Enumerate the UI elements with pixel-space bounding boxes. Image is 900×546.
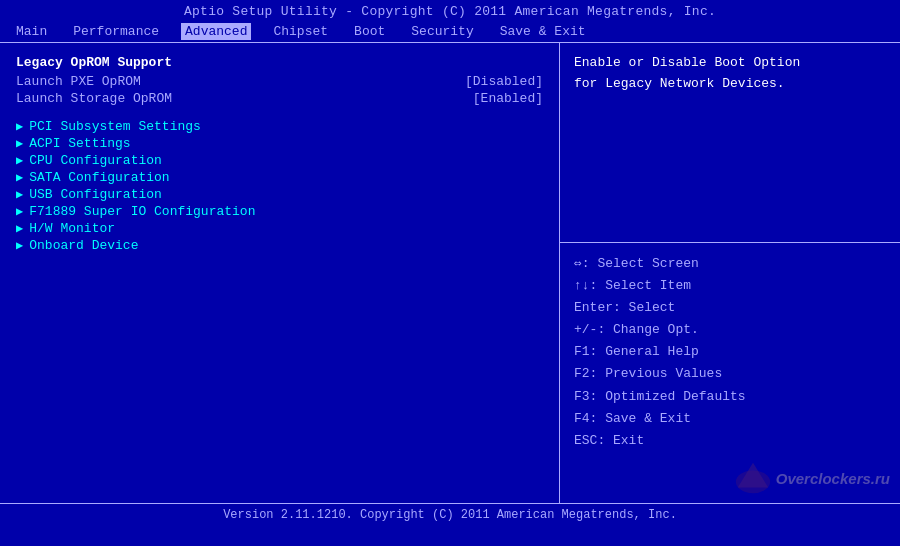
option-label: Launch Storage OpROM [16,91,172,106]
menu-item-chipset[interactable]: Chipset [269,23,332,40]
key-guide-item: F1: General Help [574,341,886,363]
menu-entry-label: ACPI Settings [29,136,130,151]
key-guide-item: Enter: Select [574,297,886,319]
menu-entry[interactable]: ▶SATA Configuration [16,169,543,186]
key-guide-item: ESC: Exit [574,430,886,452]
menu-entry-label: CPU Configuration [29,153,162,168]
footer: Version 2.11.1210. Copyright (C) 2011 Am… [0,503,900,529]
menu-entry[interactable]: ▶H/W Monitor [16,220,543,237]
menu-entries-container: ▶PCI Subsystem Settings▶ACPI Settings▶CP… [16,118,543,254]
footer-text: Version 2.11.1210. Copyright (C) 2011 Am… [223,508,677,522]
menu-entry-label: USB Configuration [29,187,162,202]
key-guide-item: ↑↓: Select Item [574,275,886,297]
title-bar: Aptio Setup Utility - Copyright (C) 2011… [0,0,900,21]
options-container: Launch PXE OpROM[Disabled]Launch Storage… [16,74,543,106]
option-value: [Enabled] [473,91,543,106]
arrow-icon: ▶ [16,136,23,151]
menu-entry-label: PCI Subsystem Settings [29,119,201,134]
key-guide-item: F3: Optimized Defaults [574,386,886,408]
left-panel: Legacy OpROM Support Launch PXE OpROM[Di… [0,43,560,503]
help-box: Enable or Disable Boot Optionfor Legacy … [560,43,900,243]
key-guide-item: F2: Previous Values [574,363,886,385]
arrow-icon: ▶ [16,187,23,202]
menu-item-boot[interactable]: Boot [350,23,389,40]
menu-bar: MainPerformanceAdvancedChipsetBootSecuri… [0,21,900,43]
menu-item-performance[interactable]: Performance [69,23,163,40]
option-value: [Disabled] [465,74,543,89]
menu-entry[interactable]: ▶PCI Subsystem Settings [16,118,543,135]
arrow-icon: ▶ [16,221,23,236]
arrow-icon: ▶ [16,238,23,253]
option-row[interactable]: Launch Storage OpROM[Enabled] [16,91,543,106]
menu-entry[interactable]: ▶Onboard Device [16,237,543,254]
key-guide: ⇔: Select Screen↑↓: Select ItemEnter: Se… [560,243,900,462]
menu-entry[interactable]: ▶F71889 Super IO Configuration [16,203,543,220]
option-row[interactable]: Launch PXE OpROM[Disabled] [16,74,543,89]
menu-entry[interactable]: ▶USB Configuration [16,186,543,203]
menu-item-main[interactable]: Main [12,23,51,40]
arrow-icon: ▶ [16,153,23,168]
menu-entry-label: H/W Monitor [29,221,115,236]
arrow-icon: ▶ [16,204,23,219]
menu-item-security[interactable]: Security [407,23,477,40]
help-text-line: Enable or Disable Boot Option [574,53,886,74]
help-text-line: for Legacy Network Devices. [574,74,886,95]
arrow-icon: ▶ [16,170,23,185]
right-panel: Enable or Disable Boot Optionfor Legacy … [560,43,900,503]
title-text: Aptio Setup Utility - Copyright (C) 2011… [184,4,716,19]
menu-item-save_exit[interactable]: Save & Exit [496,23,590,40]
arrow-icon: ▶ [16,119,23,134]
key-guide-item: F4: Save & Exit [574,408,886,430]
section-header: Legacy OpROM Support [16,55,543,70]
menu-entry[interactable]: ▶CPU Configuration [16,152,543,169]
key-guide-item: +/-: Change Opt. [574,319,886,341]
key-guide-item: ⇔: Select Screen [574,253,886,275]
menu-entry-label: Onboard Device [29,238,138,253]
menu-entry-label: F71889 Super IO Configuration [29,204,255,219]
main-content: Legacy OpROM Support Launch PXE OpROM[Di… [0,43,900,503]
option-label: Launch PXE OpROM [16,74,141,89]
menu-entry[interactable]: ▶ACPI Settings [16,135,543,152]
menu-entry-label: SATA Configuration [29,170,169,185]
menu-item-advanced[interactable]: Advanced [181,23,251,40]
